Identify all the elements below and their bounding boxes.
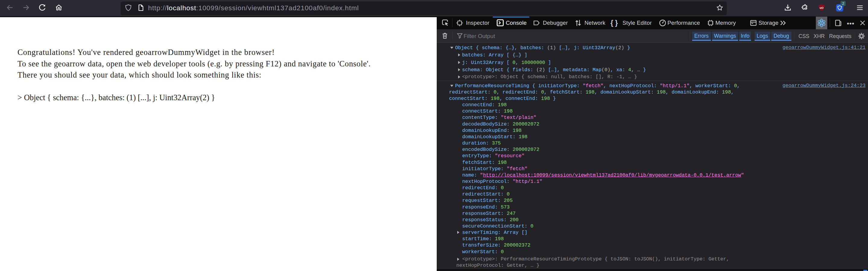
svg-text:uO: uO (820, 6, 824, 9)
